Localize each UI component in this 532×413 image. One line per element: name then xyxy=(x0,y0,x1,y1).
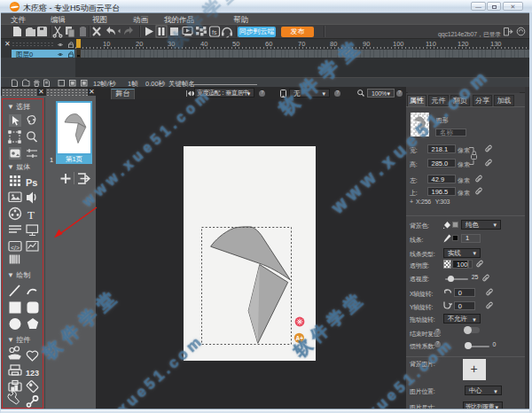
svg-text:fs: fs xyxy=(212,29,217,35)
